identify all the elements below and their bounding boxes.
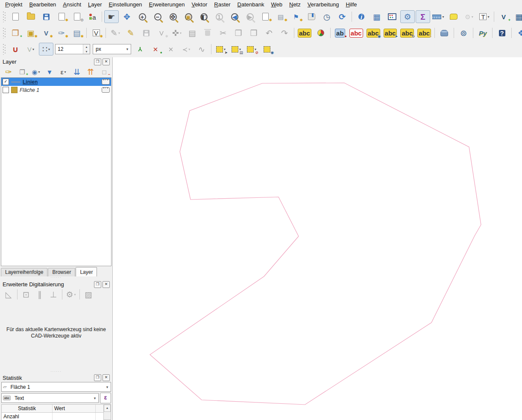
new-geopackage-layer-icon[interactable]: ▣✱ [23, 26, 38, 39]
new-print-layout-icon[interactable]: ✱ [54, 10, 69, 23]
menu-raster[interactable]: Raster [211, 1, 234, 8]
expression-epsilon-button[interactable]: ε [100, 393, 111, 403]
chevron-down-icon[interactable]: ▾ [188, 47, 190, 51]
refresh-map-icon[interactable]: ⟳ [335, 10, 349, 23]
save-project-icon[interactable] [39, 10, 53, 23]
tab-layerreihenfolge[interactable]: Layerreihenfolge [1, 268, 47, 276]
snapping-tolerance-up-icon[interactable]: ▲ [83, 44, 90, 49]
chevron-down-icon[interactable]: ▾ [74, 293, 76, 297]
manage-visibility-icon[interactable]: ◉▾ [29, 66, 42, 77]
new-3d-map-view-icon[interactable]: ▤✱ [273, 10, 288, 23]
snapping-type-icon[interactable]: ∷▾ [39, 43, 53, 56]
chevron-down-icon[interactable]: ▾ [442, 15, 444, 19]
filter-expression-icon[interactable]: ε▾ [57, 66, 70, 77]
memory-layer-indicator-icon[interactable] [102, 87, 110, 93]
db-manager-icon[interactable] [437, 26, 452, 39]
zoom-next-icon[interactable]: ▶ [243, 10, 257, 23]
chevron-down-icon[interactable]: ▾ [38, 70, 40, 74]
menu-vektor[interactable]: Vektor [188, 1, 211, 8]
menu-hilfe[interactable]: Hilfe [342, 1, 360, 8]
help-contents-icon[interactable]: ? [495, 26, 509, 39]
new-shapefile-layer-icon[interactable]: V✱ [39, 26, 53, 39]
collapse-all-icon[interactable]: ⇈ [84, 66, 97, 77]
measure-tool-icon[interactable]: ▾ [431, 10, 446, 23]
paste-features-icon[interactable]: ❒ [246, 26, 261, 39]
chevron-down-icon[interactable]: ▾ [118, 31, 120, 35]
stats-field-combo[interactable]: abc Text ▾ [1, 393, 99, 403]
modify-attributes-icon[interactable]: ▤ [185, 26, 199, 39]
select-by-location-icon[interactable]: ◉ [260, 43, 274, 56]
self-snapping-icon[interactable]: ≺▾ [179, 43, 194, 56]
pan-to-selection-icon[interactable]: ✥ [120, 10, 134, 23]
run-feature-action-icon[interactable]: ⚙▾ [462, 10, 476, 23]
new-spatial-bookmark-icon[interactable]: ⚑✱ [289, 10, 303, 23]
tab-browser[interactable]: Browser [48, 268, 75, 276]
chevron-down-icon[interactable]: ▾ [472, 15, 473, 19]
chevron-down-icon[interactable]: ▾ [487, 15, 489, 19]
menu-einstellungen[interactable]: Einstellungen [106, 1, 146, 8]
show-layout-manager-icon[interactable]: ⚙ [70, 10, 84, 23]
map-tips-icon[interactable] [446, 10, 461, 23]
cad-perpendicular-icon[interactable]: ⊥ [47, 289, 60, 300]
stats-table-scrollbar[interactable]: ▲ [103, 405, 111, 420]
move-label-icon[interactable]: abc➤ [382, 26, 399, 39]
zoom-to-layer-icon[interactable]: ◧ [196, 10, 211, 23]
memory-layer-indicator-icon[interactable] [102, 79, 110, 85]
vertex-tool-icon[interactable]: ✜▾ [170, 26, 184, 39]
show-spatial-bookmarks-icon[interactable] [304, 10, 319, 23]
open-layer-styling-icon[interactable]: ✑ [2, 66, 15, 77]
cut-features-icon[interactable]: ✂ [216, 26, 230, 39]
panel-splitter[interactable] [0, 370, 112, 374]
open-project-icon[interactable] [23, 10, 38, 23]
layer-row-linien[interactable]: ✓ Linien [1, 78, 111, 86]
expand-all-icon[interactable]: ⇊ [70, 66, 83, 77]
toolbar-drag-handle[interactable] [3, 44, 6, 55]
toggle-editing-icon[interactable]: ✎ [123, 26, 138, 39]
scroll-up-icon[interactable]: ▲ [104, 405, 111, 412]
menu-verarbeitung[interactable]: Verarbeitung [304, 1, 343, 8]
topological-editing-icon[interactable]: Y [133, 43, 147, 56]
snapping-on-intersection-icon[interactable]: ✕● [148, 43, 163, 56]
layer-panel-close-icon[interactable]: ✕ [103, 59, 110, 65]
copy-features-icon[interactable]: ❐ [231, 26, 246, 39]
chevron-down-icon[interactable]: ▾ [65, 70, 66, 74]
layer-panel-float-icon[interactable]: ❐ [94, 59, 101, 65]
menu-erweiterungen[interactable]: Erweiterungen [146, 1, 188, 8]
menu-layer[interactable]: Layer [85, 1, 106, 8]
avoid-overlap-icon[interactable]: ✕ [164, 43, 178, 56]
cad-lock-icon[interactable]: ⊡ [20, 289, 32, 300]
data-source-manager-icon[interactable]: ❐+ [8, 26, 23, 39]
menu-datenbank[interactable]: Datenbank [234, 1, 268, 8]
layer-label-flaeche1[interactable]: Fläche 1 [20, 87, 100, 93]
current-edits-icon[interactable]: ✎▾ [108, 26, 123, 39]
zoom-in-icon[interactable]: + [135, 10, 150, 23]
style-manager-icon[interactable]: a [85, 10, 100, 23]
enable-snapping-icon[interactable]: ∪ [8, 43, 23, 56]
python-console-icon[interactable]: Py [475, 26, 490, 39]
plugin-tool-icon[interactable]: ❖ [514, 26, 522, 39]
layer-label-linien[interactable]: Linien [23, 79, 100, 85]
identify-features-icon[interactable]: i [354, 10, 369, 23]
zoom-out-icon[interactable]: − [150, 10, 165, 23]
change-label-icon[interactable]: abc✎ [416, 26, 432, 39]
undo-icon[interactable]: ↶ [262, 26, 276, 39]
toolbar-drag-handle[interactable] [3, 11, 6, 22]
snapping-tolerance-value[interactable]: 12 [56, 44, 83, 54]
processing-toolbox-icon[interactable]: ⚙ [400, 10, 415, 23]
metasearch-icon[interactable]: ⊚ [456, 26, 471, 39]
stats-layer-combo[interactable]: ▱ Fläche 1 ▾ [1, 382, 111, 392]
cad-parallel-icon[interactable]: ∥ [33, 289, 46, 300]
snapping-mode-icon[interactable]: V▾ [23, 43, 38, 56]
layer-row-flaeche1[interactable]: Fläche 1 [1, 86, 111, 94]
delete-selected-icon[interactable] [200, 26, 215, 39]
filter-legend-icon[interactable]: ▼ [43, 66, 56, 77]
layer-tree[interactable]: ✓ Linien Fläche 1 [1, 77, 111, 266]
open-attribute-table-icon[interactable]: ▦ [370, 10, 384, 23]
menu-web[interactable]: Web [267, 1, 286, 8]
chevron-down-icon[interactable]: ▾ [48, 47, 50, 51]
add-line-feature-icon[interactable]: V✱ [154, 26, 169, 39]
zoom-to-selection-icon[interactable]: ▣ [181, 10, 196, 23]
menu-projekt[interactable]: Projekt [2, 1, 26, 8]
new-map-view-icon[interactable]: ✱ [258, 10, 273, 23]
cad-guides-icon[interactable]: ▨ [82, 289, 95, 300]
